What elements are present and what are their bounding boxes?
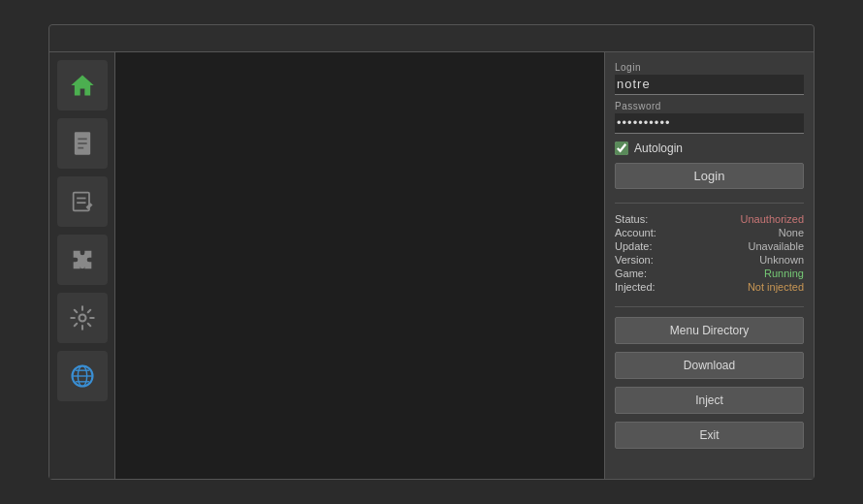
update-key: Update: <box>615 240 656 252</box>
autologin-checkbox[interactable] <box>615 142 628 155</box>
autologin-row: Autologin <box>615 142 804 155</box>
injected-value: Not injected <box>660 281 804 293</box>
home-icon <box>69 72 96 99</box>
sidebar-item-plugins[interactable] <box>57 235 108 285</box>
exit-button[interactable]: Exit <box>615 422 804 449</box>
login-label: Login <box>615 62 804 73</box>
puzzle-icon <box>69 246 96 273</box>
right-panel: Login Password Autologin Login Status: U… <box>605 52 814 479</box>
version-key: Version: <box>615 254 656 266</box>
status-value: Unauthorized <box>660 213 804 225</box>
sidebar <box>49 52 115 479</box>
title-bar <box>49 25 814 52</box>
login-field-group: Login <box>615 62 804 95</box>
document-icon <box>69 130 96 157</box>
password-input[interactable] <box>615 113 804 134</box>
globe-icon <box>69 362 96 390</box>
divider-2 <box>615 306 804 307</box>
update-value: Unavailable <box>660 240 804 252</box>
status-key: Status: <box>615 213 656 225</box>
svg-marker-0 <box>71 76 93 96</box>
autologin-label: Autologin <box>634 142 683 155</box>
game-key: Game: <box>615 268 656 279</box>
account-key: Account: <box>615 227 656 238</box>
inject-button[interactable]: Inject <box>615 387 804 414</box>
preview-area <box>115 52 605 479</box>
menu-directory-button[interactable]: Menu Directory <box>615 317 804 344</box>
sidebar-item-edit[interactable] <box>57 176 108 227</box>
login-button[interactable]: Login <box>615 163 804 189</box>
svg-point-8 <box>79 315 85 322</box>
injected-key: Injected: <box>615 281 656 293</box>
edit-icon <box>69 188 96 215</box>
sidebar-item-documents[interactable] <box>57 118 108 169</box>
main-window: Login Password Autologin Login Status: U… <box>48 24 815 480</box>
game-value: Running <box>660 268 804 279</box>
password-label: Password <box>615 101 804 111</box>
sidebar-item-home[interactable] <box>57 60 108 110</box>
sidebar-item-network[interactable] <box>57 351 108 401</box>
login-input[interactable] <box>615 75 804 95</box>
version-value: Unknown <box>660 254 804 266</box>
gear-icon <box>69 304 96 331</box>
main-content: Login Password Autologin Login Status: U… <box>49 52 814 479</box>
sidebar-item-settings[interactable] <box>57 293 108 343</box>
download-button[interactable]: Download <box>615 352 804 379</box>
divider-1 <box>615 203 804 204</box>
password-field-group: Password <box>615 101 804 134</box>
status-grid: Status: Unauthorized Account: None Updat… <box>615 213 804 293</box>
account-value: None <box>660 227 804 238</box>
